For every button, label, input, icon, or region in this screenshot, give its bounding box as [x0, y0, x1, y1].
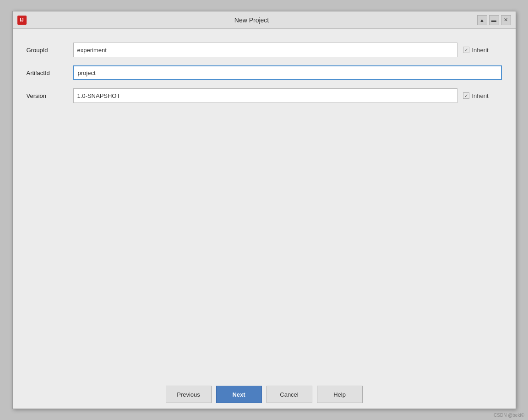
watermark: CSDN @beki© — [494, 413, 524, 418]
group-id-inherit-checkbox[interactable] — [463, 47, 469, 53]
previous-button[interactable]: Previous — [166, 386, 212, 403]
version-input[interactable] — [73, 88, 457, 103]
artifact-id-row: ArtifactId — [27, 65, 502, 80]
new-project-dialog: IJ New Project ▲ ▬ ✕ GroupId — [12, 11, 516, 409]
group-id-inherit-label: Inherit — [472, 47, 489, 54]
group-id-row: GroupId Inherit — [27, 43, 502, 57]
version-row: Version Inherit — [27, 88, 502, 103]
form-area: GroupId Inherit ArtifactId Version Inher… — [27, 43, 502, 103]
title-bar-center: New Project — [27, 16, 477, 24]
artifact-id-input[interactable] — [73, 65, 502, 80]
title-bar-left: IJ — [17, 16, 27, 25]
app-icon: IJ — [17, 16, 27, 25]
dialog-content: GroupId Inherit ArtifactId Version Inher… — [13, 29, 516, 380]
title-bar-controls: ▲ ▬ ✕ — [477, 15, 511, 25]
button-bar: Previous Next Cancel Help — [13, 380, 516, 409]
window-up-button[interactable]: ▲ — [477, 15, 487, 25]
version-label: Version — [27, 92, 68, 99]
next-button[interactable]: Next — [216, 386, 262, 403]
group-id-input[interactable] — [73, 43, 457, 57]
version-inherit-area: Inherit — [463, 92, 502, 99]
dialog-title: New Project — [234, 16, 269, 24]
cancel-button[interactable]: Cancel — [267, 386, 312, 403]
window-restore-button[interactable]: ▬ — [489, 15, 499, 25]
group-id-inherit-area: Inherit — [463, 47, 502, 54]
group-id-label: GroupId — [27, 47, 68, 54]
version-inherit-checkbox[interactable] — [463, 92, 469, 99]
version-inherit-label: Inherit — [472, 92, 489, 99]
title-bar: IJ New Project ▲ ▬ ✕ — [13, 11, 516, 29]
artifact-id-label: ArtifactId — [27, 70, 68, 76]
window-close-button[interactable]: ✕ — [501, 15, 511, 25]
help-button[interactable]: Help — [317, 386, 363, 403]
